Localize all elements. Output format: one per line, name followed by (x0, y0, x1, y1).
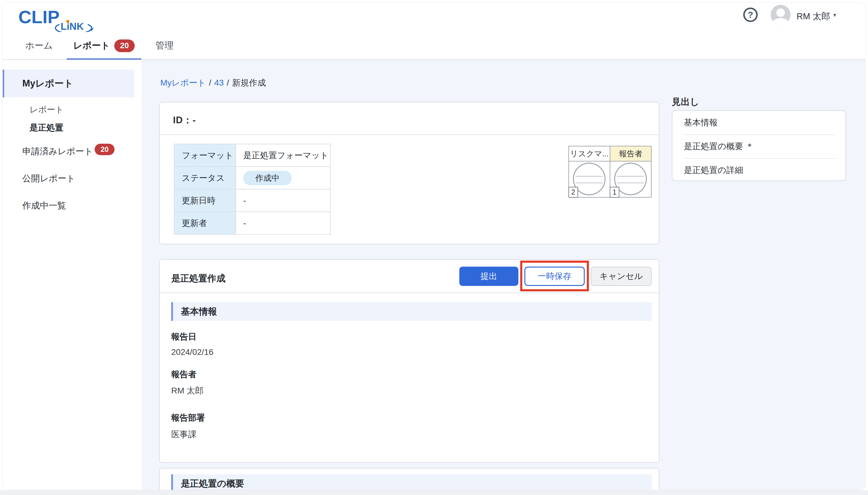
clip-link-logo[interactable]: CLIP LiNK (18, 4, 102, 36)
table-row: 更新者 - (174, 212, 330, 234)
tab-admin-label: 管理 (155, 39, 174, 52)
logo-orange-dot (66, 20, 69, 23)
top-bar: CLIP LiNK ? RM 太郎 ▼ (3, 3, 865, 32)
report-meta-card: ID：- フォーマット 是正処置フォーマット ステータス 作成中 更新日時 - … (159, 102, 660, 244)
main-nav: ホーム レポート 20 管理 (3, 32, 865, 60)
breadcrumb-43-link[interactable]: 43 (214, 78, 224, 88)
sidebar-item-drafts-list[interactable]: 作成中一覧 (22, 200, 66, 212)
avatar[interactable] (771, 5, 790, 25)
help-icon[interactable]: ? (743, 7, 758, 22)
logo-link-text: LiNK (61, 21, 84, 32)
info-value-format: 是正処置フォーマット (236, 144, 330, 167)
avatar-head-shape (777, 8, 785, 17)
stamp-header-risk-manager: リスクマ... (568, 146, 610, 161)
sidebar-item-submitted-reports[interactable]: 申請済みレポート 20 (22, 146, 93, 157)
outline-card: 基本情報 是正処置の概要 ＊ 是正処置の詳細 (672, 110, 846, 181)
stamp-cell-reporter: 1 (610, 161, 652, 198)
info-value-updated-at: - (236, 189, 330, 212)
app-container: CLIP LiNK ? RM 太郎 ▼ ホーム レポート 20 管理 (2, 2, 866, 490)
submitted-reports-badge: 20 (95, 144, 115, 155)
divider (160, 292, 659, 293)
outline-item-basic-info[interactable]: 基本情報 (673, 111, 846, 134)
field-label-reporter: 報告者 (171, 369, 197, 380)
info-label-updated-at: 更新日時 (174, 189, 236, 212)
report-info-table: フォーマット 是正処置フォーマット ステータス 作成中 更新日時 - 更新者 - (174, 144, 330, 235)
submit-button[interactable]: 提出 (459, 267, 518, 286)
outline-item-details-label: 是正処置の詳細 (684, 165, 743, 176)
logo-clip-text: CLIP (18, 7, 60, 27)
tab-report-label: レポート (73, 39, 110, 52)
report-count-badge: 20 (114, 39, 135, 52)
section-header-basic-info-label: 基本情報 (181, 306, 217, 318)
outline-item-overview-label: 是正処置の概要 ＊ (684, 141, 754, 152)
info-label-status: ステータス (174, 167, 236, 189)
report-id-label: ID：- (173, 114, 196, 126)
outline-panel-title: 見出し (672, 96, 699, 108)
breadcrumb-my-reports-link[interactable]: Myレポート (160, 77, 206, 89)
tab-admin[interactable]: 管理 (150, 32, 180, 59)
stamp-column-risk-manager: リスクマ... 2 (568, 146, 610, 198)
sidebar-item-submitted-reports-label: 申請済みレポート (22, 147, 93, 156)
section-header-overview-label: 是正処置の概要 (181, 478, 244, 490)
sidebar-item-report[interactable]: レポート (30, 104, 64, 115)
chevron-down-icon[interactable]: ▼ (832, 12, 837, 18)
outline-item-basic-info-label: 基本情報 (684, 117, 718, 129)
divider (160, 134, 659, 135)
sidebar-item-my-reports[interactable]: Myレポート (3, 70, 134, 97)
tab-home[interactable]: ホーム (20, 32, 58, 59)
table-row: ステータス 作成中 (174, 167, 330, 189)
stamp-column-reporter: 報告者 1 (610, 146, 652, 198)
info-value-status: 作成中 (236, 167, 330, 189)
corrective-action-form-card: 是正処置作成 提出 一時保存 キャンセル 基本情報 報告日 2024/02/16… (159, 259, 660, 463)
logo-graphic: CLIP LiNK (18, 4, 102, 35)
page-bottom-gap (0, 490, 868, 495)
section-header-overview: 是正処置の概要 (171, 474, 652, 490)
table-row: 更新日時 - (174, 189, 330, 212)
outline-item-overview[interactable]: 是正処置の概要 ＊ (673, 135, 846, 158)
status-badge: 作成中 (243, 171, 292, 185)
info-label-format: フォーマット (174, 144, 236, 167)
info-label-updated-by: 更新者 (174, 212, 236, 234)
field-value-reporting-department: 医事課 (171, 429, 197, 440)
breadcrumb: Myレポート / 43 / 新規作成 (160, 77, 266, 89)
breadcrumb-separator: / (209, 78, 211, 88)
field-value-reporter: RM 太郎 (171, 385, 203, 396)
field-label-reporting-department: 報告部署 (171, 412, 205, 424)
cancel-button[interactable]: キャンセル (591, 267, 652, 286)
stamp-header-reporter: 報告者 (610, 146, 652, 161)
sidebar-item-corrective-action[interactable]: 是正処置 (30, 122, 63, 134)
stamp-order-number: 2 (568, 187, 578, 198)
field-label-report-date: 報告日 (171, 331, 197, 343)
stamp-order-number: 1 (610, 187, 619, 198)
field-value-report-date: 2024/02/16 (171, 347, 214, 357)
breadcrumb-current-page: 新規作成 (232, 77, 266, 89)
avatar-shoulders-shape (772, 18, 789, 25)
tab-report[interactable]: レポート 20 (67, 32, 141, 59)
form-title: 是正処置作成 (171, 272, 225, 285)
annotation-highlight-box (520, 261, 589, 291)
sidebar: Myレポート レポート 是正処置 申請済みレポート 20 公開レポート 作成中一… (3, 60, 141, 490)
table-row: フォーマット 是正処置フォーマット (174, 144, 330, 167)
breadcrumb-separator: / (227, 78, 229, 88)
sidebar-item-public-reports[interactable]: 公開レポート (22, 173, 75, 185)
tab-home-label: ホーム (25, 39, 53, 52)
user-name[interactable]: RM 太郎 (797, 11, 830, 22)
sidebar-item-my-reports-label: Myレポート (22, 77, 73, 90)
section-header-basic-info: 基本情報 (171, 302, 652, 321)
overview-section-card: 是正処置の概要 (159, 468, 660, 490)
info-value-updated-by: - (236, 212, 330, 234)
outline-item-details[interactable]: 是正処置の詳細 (673, 158, 846, 181)
stamp-cell-risk-manager: 2 (568, 161, 610, 198)
